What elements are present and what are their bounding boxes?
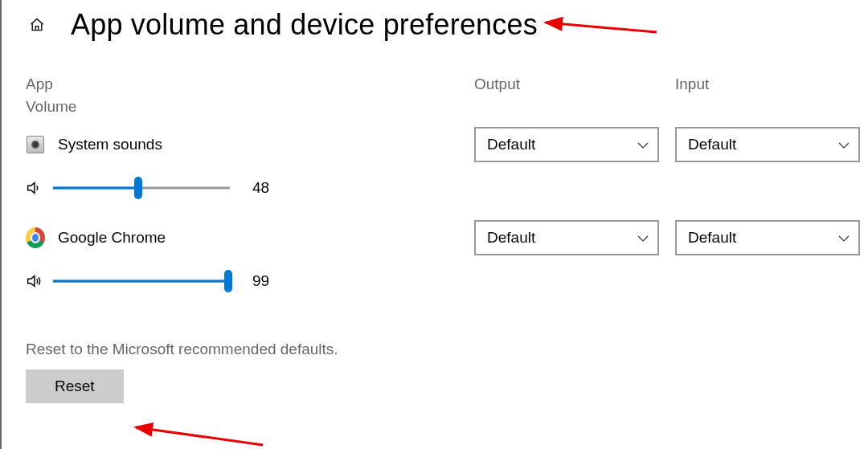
output-select-value: Default [487, 136, 535, 153]
app-name: System sounds [58, 136, 162, 153]
reset-description: Reset to the Microsoft recommended defau… [26, 341, 868, 358]
volume-slider[interactable] [53, 177, 230, 199]
column-header-input: Input [675, 76, 836, 93]
volume-slider[interactable] [53, 270, 230, 292]
page-title: App volume and device preferences [71, 8, 538, 42]
app-row: System sounds Default Default [2, 116, 868, 162]
volume-value: 99 [252, 272, 269, 290]
chevron-down-icon [637, 138, 649, 151]
input-select[interactable]: Default [675, 220, 860, 255]
output-select-value: Default [487, 229, 535, 247]
volume-value: 48 [252, 179, 269, 197]
input-select[interactable]: Default [675, 127, 860, 162]
app-row: Google Chrome Default Default [2, 199, 868, 255]
speaker-icon [23, 179, 45, 197]
annotation-arrow [126, 410, 271, 449]
volume-label: Volume [2, 93, 868, 116]
input-select-value: Default [688, 136, 736, 153]
system-sounds-icon [26, 135, 45, 154]
chrome-icon [26, 228, 45, 247]
chevron-down-icon [837, 138, 850, 151]
input-select-value: Default [688, 229, 736, 247]
output-select[interactable]: Default [474, 220, 659, 255]
speaker-icon [23, 272, 45, 290]
home-icon[interactable] [26, 14, 48, 36]
app-name: Google Chrome [58, 229, 166, 247]
column-header-output: Output [474, 76, 675, 93]
chevron-down-icon [837, 231, 850, 244]
svg-line-1 [136, 427, 263, 445]
chevron-down-icon [637, 231, 649, 244]
output-select[interactable]: Default [474, 127, 659, 162]
reset-button[interactable]: Reset [26, 369, 124, 403]
column-header-app: App [26, 76, 474, 93]
